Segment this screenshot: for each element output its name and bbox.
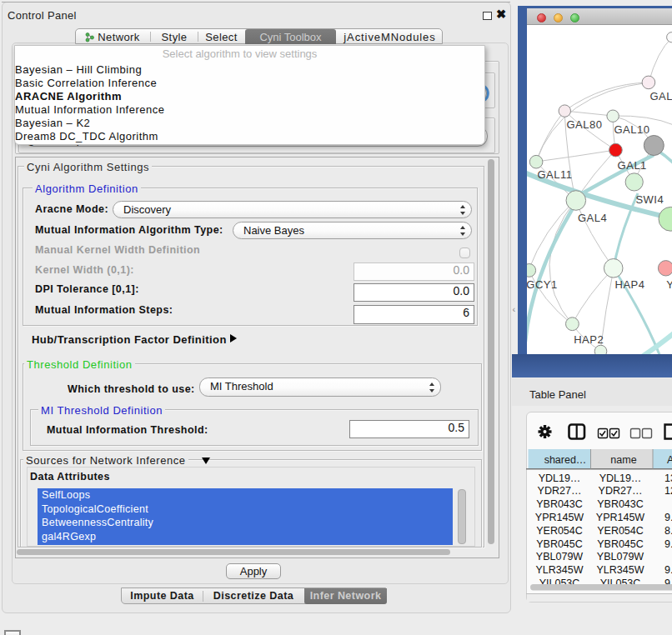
svg-text:YER054C: YER054C: [536, 525, 583, 537]
svg-text:GCY1: GCY1: [527, 278, 558, 291]
svg-text:GAL4: GAL4: [578, 212, 607, 224]
svg-text:YBR043C: YBR043C: [597, 498, 644, 510]
svg-text:9.: 9.: [664, 538, 672, 550]
svg-text:YBR045C: YBR045C: [536, 538, 583, 550]
svg-text:12: 12: [664, 485, 672, 497]
svg-text:YBR043C: YBR043C: [536, 498, 583, 510]
svg-text:HAP2: HAP2: [574, 333, 604, 346]
svg-text:YDR27…: YDR27…: [599, 485, 643, 497]
svg-text:A: A: [667, 454, 672, 466]
svg-text:name: name: [610, 454, 636, 466]
svg-text:GAL80: GAL80: [567, 118, 603, 131]
svg-text:SWI4: SWI4: [635, 193, 664, 206]
svg-text:GAL11: GAL11: [538, 168, 573, 181]
svg-text:YLR345W: YLR345W: [597, 564, 644, 576]
svg-text:YBR045C: YBR045C: [597, 538, 644, 550]
svg-text:GAL: GAL: [650, 90, 672, 102]
svg-text:YBL079W: YBL079W: [536, 551, 583, 562]
svg-text:YDL19…: YDL19…: [539, 472, 581, 484]
svg-text:YER054C: YER054C: [597, 525, 644, 537]
svg-text:YPR145W: YPR145W: [535, 512, 584, 523]
svg-text:GAL1: GAL1: [618, 159, 647, 172]
svg-text:GAL10: GAL10: [614, 123, 650, 136]
svg-text:Y: Y: [666, 278, 672, 291]
svg-text:9.: 9.: [664, 512, 672, 523]
svg-text:YDL19…: YDL19…: [599, 472, 642, 484]
svg-text:YLR345W: YLR345W: [536, 564, 584, 576]
svg-text:shared…: shared…: [544, 454, 587, 466]
svg-text:9.: 9.: [664, 564, 672, 576]
svg-text:YBL079W: YBL079W: [597, 551, 644, 562]
svg-text:YPR145W: YPR145W: [596, 512, 645, 523]
svg-text:8.: 8.: [664, 525, 672, 537]
svg-text:YDR27…: YDR27…: [538, 485, 582, 497]
svg-text:13: 13: [664, 472, 672, 484]
svg-text:HAP4: HAP4: [615, 278, 645, 291]
